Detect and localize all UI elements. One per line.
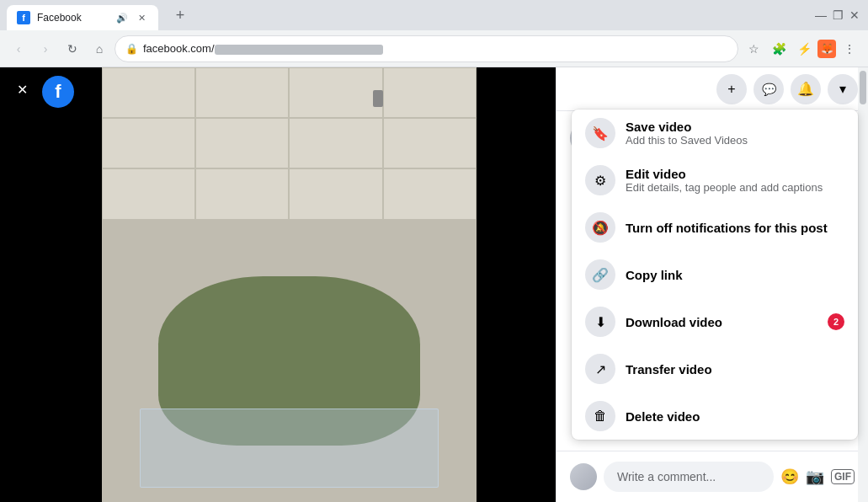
browser-frame: f Facebook 🔊 ✕ + — ❐ ✕ ‹ › ↻ ⌂ 🔒 faceboo… [0, 0, 868, 502]
address-lock-icon: 🔒 [125, 43, 138, 55]
download-video-title: Download video [626, 315, 817, 329]
address-blurred [215, 45, 383, 55]
copy-link-icon: 🔗 [585, 259, 615, 290]
menu-item-transfer-video[interactable]: ↗ Transfer video [572, 345, 858, 393]
turn-off-notifications-title: Turn off notifications for this post [626, 221, 844, 235]
bookmark-icon[interactable]: ☆ [742, 37, 765, 61]
save-video-subtitle: Add this to Saved Videos [626, 134, 844, 147]
edit-video-title: Edit video [626, 167, 844, 181]
refresh-button[interactable]: ↻ [61, 37, 84, 61]
scrollbar-thumb[interactable] [860, 71, 866, 104]
messenger-icon: 💬 [762, 83, 776, 96]
turn-off-notifications-text: Turn off notifications for this post [626, 221, 844, 235]
active-tab[interactable]: f Facebook 🔊 ✕ [7, 5, 158, 30]
menu-item-edit-video[interactable]: ⚙ Edit video Edit details, tag people an… [572, 157, 858, 204]
tab-favicon: f [17, 11, 30, 24]
address-text: facebook.com/ [143, 42, 727, 55]
save-video-title: Save video [626, 120, 844, 134]
more-menu-icon[interactable]: ⋮ [838, 37, 861, 61]
download-video-icon: ⬇ [585, 307, 615, 337]
address-bar[interactable]: 🔒 facebook.com/ [114, 35, 738, 62]
minimize-button[interactable]: — [814, 8, 828, 22]
wall [102, 220, 476, 502]
menu-item-copy-link[interactable]: 🔗 Copy link [572, 251, 858, 298]
browser-titlebar: f Facebook 🔊 ✕ + — ❐ ✕ [0, 0, 868, 30]
browser-toolbar: ‹ › ↻ ⌂ 🔒 facebook.com/ ☆ 🧩 ⚡ 🦊 ⋮ [0, 30, 868, 67]
transfer-video-text: Transfer video [626, 362, 844, 376]
tab-audio-icon: 🔊 [116, 13, 128, 24]
toolbar-right: ☆ 🧩 ⚡ 🦊 ⋮ [742, 37, 861, 61]
download-video-badge: 2 [828, 313, 844, 330]
home-button[interactable]: ⌂ [88, 37, 111, 61]
top-action-bar: + 💬 🔔 ▾ [556, 67, 868, 111]
tab-title: Facebook [37, 12, 109, 24]
extensions-puzzle-icon[interactable]: ⚡ [792, 37, 816, 61]
delete-video-icon: 🗑 [585, 401, 615, 431]
tab-strip: f Facebook 🔊 ✕ [7, 0, 158, 30]
menu-item-turn-off-notifications[interactable]: 🔕 Turn off notifications for this post [572, 204, 858, 251]
ceiling [102, 67, 476, 220]
notifications-button[interactable]: 🔔 [791, 74, 821, 104]
transfer-video-icon: ↗ [585, 354, 615, 384]
menu-item-save-video[interactable]: 🔖 Save video Add this to Saved Videos [572, 109, 858, 157]
add-button[interactable]: + [716, 74, 747, 104]
edit-video-subtitle: Edit details, tag people and add caption… [626, 181, 844, 194]
window-controls: — ❐ ✕ [814, 8, 861, 22]
video-area: ✕ f [0, 67, 556, 502]
extension-addon-icon[interactable]: 🦊 [817, 40, 836, 58]
forward-button[interactable]: › [34, 37, 57, 61]
extensions-icon[interactable]: 🧩 [767, 37, 791, 61]
video-content [0, 67, 556, 502]
black-bar-left [0, 67, 102, 502]
dropdown-menu: 🔖 Save video Add this to Saved Videos ⚙ … [572, 109, 858, 440]
edit-video-text: Edit video Edit details, tag people and … [626, 167, 844, 194]
video-frame [102, 67, 476, 502]
facebook-logo: f [42, 76, 74, 108]
download-video-text: Download video [626, 315, 817, 329]
gif-icon[interactable]: GIF [831, 469, 855, 484]
commenter-avatar [570, 463, 597, 490]
close-button[interactable]: ✕ [848, 8, 861, 22]
ceiling-tiles [102, 67, 476, 220]
edit-video-icon: ⚙ [585, 165, 615, 195]
copy-link-text: Copy link [626, 268, 844, 282]
restore-button[interactable]: ❐ [831, 8, 844, 22]
delete-video-text: Delete video [626, 409, 844, 424]
chevron-down-icon: ▾ [839, 81, 846, 97]
browser-content: ✕ f [0, 67, 868, 502]
transfer-video-title: Transfer video [626, 362, 844, 376]
close-video-button[interactable]: ✕ [8, 76, 35, 103]
spotlight [373, 90, 383, 107]
back-button[interactable]: ‹ [7, 37, 30, 61]
tab-close-button[interactable]: ✕ [135, 11, 148, 24]
scrollbar[interactable] [858, 67, 868, 502]
account-menu-button[interactable]: ▾ [828, 74, 858, 104]
comment-input[interactable]: Write a comment... [604, 462, 774, 492]
comment-icons: 😊 📷 GIF [780, 467, 855, 486]
messenger-button[interactable]: 💬 [754, 74, 784, 104]
save-video-icon: 🔖 [585, 118, 615, 148]
black-bar-right [477, 67, 556, 502]
right-panel: + 💬 🔔 ▾ [556, 67, 868, 502]
new-tab-button[interactable]: + [168, 3, 192, 27]
comment-placeholder: Write a comment... [617, 470, 716, 483]
bell-icon: 🔔 [797, 81, 814, 97]
emoji-icon[interactable]: 😊 [780, 467, 799, 486]
copy-link-title: Copy link [626, 268, 844, 282]
menu-item-delete-video[interactable]: 🗑 Delete video [572, 393, 858, 440]
notifications-off-icon: 🔕 [585, 212, 615, 243]
comment-area: Write a comment... 😊 📷 GIF [556, 451, 868, 502]
camera-icon[interactable]: 📷 [806, 467, 824, 486]
menu-item-download-video[interactable]: ⬇ Download video 2 [572, 298, 858, 345]
display-case [140, 409, 439, 488]
delete-video-title: Delete video [626, 409, 844, 424]
save-video-text: Save video Add this to Saved Videos [626, 120, 844, 147]
